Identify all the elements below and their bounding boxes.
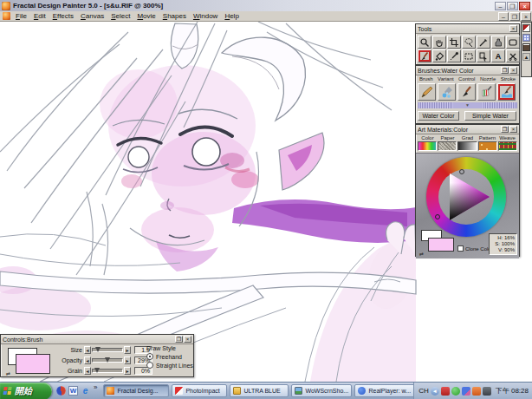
tray-messenger-icon[interactable] [462,387,470,396]
brush-drawer-handle[interactable]: ▼ [418,102,517,108]
variant-loaded-brush[interactable] [457,83,476,101]
dark-swatch-icon[interactable] [522,43,530,51]
art-materials-expand-icon[interactable]: ❐ [501,126,509,133]
brush-category-dropdown[interactable]: Water Color [418,111,459,121]
size-right-arrow[interactable]: ► [124,346,131,354]
menu-window[interactable]: Window [190,12,221,20]
quick-launch-more-chevron[interactable]: » [94,383,97,391]
task-wow-screenshot[interactable]: WoWScrnSho... [291,384,352,397]
menu-movie[interactable]: Movie [133,12,159,20]
tab-variant[interactable]: Variant [438,76,454,82]
paper-tab-swatch[interactable] [438,141,457,151]
brushes-palette-titlebar[interactable]: Brushes:Water Color ❐ × [416,66,519,75]
tools-close-icon[interactable]: × [509,25,517,32]
tab-color[interactable]: Color [418,135,438,141]
pen-tool[interactable] [477,36,490,49]
shape-cutter-tool[interactable] [506,49,520,62]
minimize-button[interactable]: – [495,2,506,10]
grain-thumb[interactable] [94,368,100,373]
crop-tool[interactable] [447,36,461,49]
tab-control[interactable]: Control [458,76,475,82]
tools-palette-titlebar[interactable]: Tools × [416,24,519,34]
tray-volume-icon[interactable] [483,387,491,396]
brush-tool[interactable] [418,49,431,62]
art-materials-titlebar[interactable]: Art Materials:Color ❐ × [416,125,519,134]
lasso-tool[interactable] [462,36,476,49]
menu-help[interactable]: Help [221,12,242,20]
tab-nozzle[interactable]: Nozzle [480,76,496,82]
tab-weave[interactable]: Weave [497,135,517,141]
color-tab-swatch[interactable] [418,141,437,151]
tray-orange-x-icon[interactable] [472,387,481,396]
task-photoimpact[interactable]: PhotoImpact [172,384,227,397]
task-ultra-blue-folder[interactable]: ULTRA BLUE [230,384,289,397]
tab-paper[interactable]: Paper [438,135,457,141]
menu-file[interactable]: File [12,12,30,20]
document-icon[interactable] [3,12,10,20]
tab-brush[interactable]: Brush [419,76,433,82]
front-color-swatch[interactable] [428,238,454,252]
title-bar[interactable]: Fractal Design Painter 5.0 - [s&u.RIF @ … [0,0,532,11]
controls-expand-icon[interactable]: ❐ [175,336,183,343]
menu-shapes[interactable]: Shapes [159,12,190,20]
magnifier-tool[interactable] [418,36,431,49]
floater-adjuster-tool[interactable] [477,49,490,62]
doc-restore-button[interactable]: ❐ [509,12,520,21]
grain-slider[interactable] [92,369,123,373]
brushes-expand-icon[interactable]: ❐ [501,67,509,74]
brush-variant-dropdown[interactable]: Simple Water [464,111,516,121]
paint-bucket-tool[interactable] [432,49,446,62]
close-button[interactable]: × [519,2,530,10]
variant-striped-brush[interactable] [477,83,496,101]
size-slider[interactable] [92,348,123,352]
taskbar-clock[interactable]: 下午 08:28 [493,386,529,396]
task-fractal-design[interactable]: Fractal Desig... [103,384,169,397]
sv-triangle[interactable] [438,169,494,225]
art-materials-close-icon[interactable]: × [509,126,517,133]
tab-stroke[interactable]: Stroke [501,76,516,82]
freehand-radio[interactable] [146,353,153,360]
grain-right-arrow[interactable]: ► [124,367,131,375]
word-icon[interactable]: W [68,386,78,396]
quick-curve-tool[interactable] [491,36,505,49]
start-button[interactable]: 開始 [0,383,52,399]
restore-button[interactable]: ❐ [507,2,518,10]
swap-colors-icon[interactable]: ⇄ [419,251,424,257]
straight-lines-option[interactable]: Straight Lines [146,362,193,369]
variant-water-color[interactable] [497,83,516,101]
text-tool[interactable]: A [491,49,505,62]
menu-edit[interactable]: Edit [30,12,49,20]
tab-grad[interactable]: Grad [457,135,477,141]
tab-pattern[interactable]: Pattern [477,135,497,141]
tray-qq-icon[interactable] [451,387,460,396]
variant-water-drops[interactable] [438,83,456,101]
doc-close-button[interactable]: × [521,12,531,21]
media-player-icon[interactable] [56,386,66,396]
grid-pattern-icon[interactable] [522,34,530,42]
internet-explorer-icon[interactable]: e [81,386,90,396]
menu-select[interactable]: Select [107,12,133,20]
menu-canvas[interactable]: Canvas [77,12,107,20]
rect-shape-tool[interactable] [506,36,520,49]
color-swatch-icon[interactable] [522,24,530,32]
size-left-arrow[interactable]: ◄ [84,346,91,354]
task-realplayer[interactable]: RealPlayer: w... [354,384,413,397]
opacity-thumb[interactable] [105,357,110,363]
controls-close-icon[interactable]: × [184,336,191,343]
controls-titlebar[interactable]: Controls:Brush ❐ × [1,335,193,344]
tray-collapse-chevron[interactable]: ◄ [431,387,439,396]
controls-front-swatch[interactable] [16,354,50,374]
language-indicator[interactable]: CH [418,387,429,395]
size-thumb[interactable] [95,347,101,352]
opacity-left-arrow[interactable]: ◄ [84,356,91,364]
straight-lines-radio[interactable] [146,362,153,369]
doc-minimize-button[interactable]: – [498,12,509,21]
grabber-tool[interactable] [432,36,446,49]
hue-marker[interactable] [435,214,440,219]
pattern-tab-swatch[interactable] [478,141,497,151]
clone-color-checkbox[interactable] [457,245,464,252]
weave-tab-swatch[interactable] [498,141,517,151]
grain-left-arrow[interactable]: ◄ [84,367,91,375]
menu-effects[interactable]: Effects [49,12,77,20]
freehand-option[interactable]: Freehand [146,353,193,360]
